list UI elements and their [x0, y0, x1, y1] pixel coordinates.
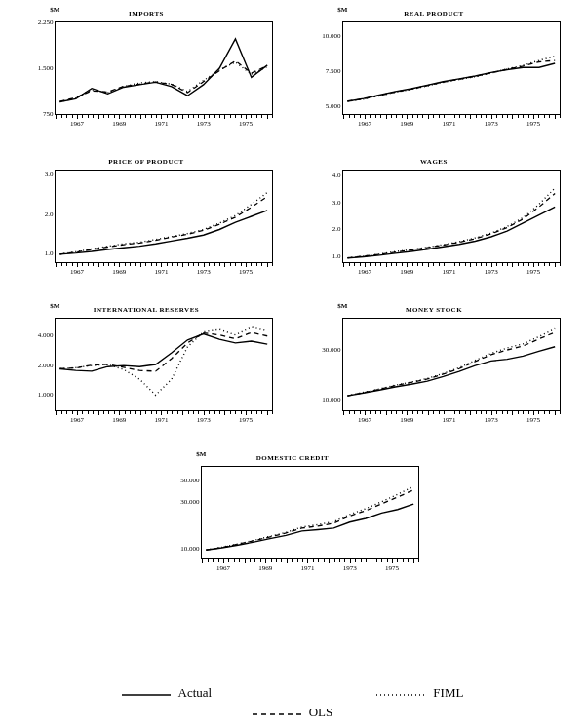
xtick-minor-icon	[334, 558, 335, 562]
xtick-label: 1969	[112, 269, 126, 276]
xtick-minor-icon	[130, 262, 131, 266]
xtick-minor-icon	[156, 262, 157, 266]
xtick-minor-icon	[444, 410, 445, 414]
xtick-minor-icon	[88, 114, 89, 118]
ytick-label: 3.0	[332, 199, 341, 206]
xtick-minor-icon	[193, 410, 194, 414]
xtick-minor-icon	[177, 410, 178, 414]
xtick-major-icon	[555, 262, 556, 267]
xtick-minor-icon	[370, 262, 370, 266]
xtick-minor-icon	[518, 410, 519, 414]
xtick-major-icon	[98, 114, 99, 119]
xtick-minor-icon	[375, 114, 376, 118]
xtick-minor-icon	[417, 114, 418, 118]
xtick-minor-icon	[422, 262, 423, 266]
plot-area: 1.02.03.04.019671969197119731975	[342, 170, 561, 263]
xtick-major-icon	[224, 262, 225, 267]
xtick-major-icon	[267, 262, 268, 267]
xtick-major-icon	[329, 558, 330, 563]
xtick-minor-icon	[528, 114, 529, 118]
xtick-label: 1975	[239, 121, 253, 128]
panel-title: WAGES	[420, 158, 448, 166]
xtick-minor-icon	[209, 262, 210, 266]
ytick-label: 2.250	[38, 19, 54, 25]
xtick-label: 1973	[485, 121, 498, 128]
xtick-minor-icon	[486, 262, 487, 266]
xtick-label: 1975	[239, 417, 253, 424]
xtick-minor-icon	[88, 410, 89, 414]
legend-label: OLS	[309, 705, 333, 720]
xtick-minor-icon	[214, 262, 215, 266]
xtick-minor-icon	[167, 262, 168, 266]
xtick-minor-icon	[549, 114, 550, 118]
panel-title: PRICE OF PRODUCT	[108, 158, 183, 166]
page: $M IMPORTS 7501.5002.2501967196919711973…	[0, 0, 585, 728]
xtick-major-icon	[182, 114, 183, 119]
xtick-major-icon	[470, 410, 471, 415]
xtick-major-icon	[246, 410, 247, 415]
xtick-minor-icon	[198, 114, 199, 118]
panel-money-stock: $M MONEY STOCK 10.00030.0001967196919711…	[307, 308, 561, 425]
ytick-label: 10.000	[322, 397, 340, 403]
xtick-minor-icon	[251, 410, 252, 414]
xtick-minor-icon	[412, 114, 413, 118]
xtick-minor-icon	[391, 410, 392, 414]
ytick-label: 4.000	[38, 332, 54, 339]
xtick-major-icon	[182, 410, 183, 415]
xtick-minor-icon	[454, 410, 455, 414]
xtick-label: 1971	[442, 269, 455, 276]
xtick-minor-icon	[433, 410, 434, 414]
xtick-minor-icon	[114, 262, 115, 266]
series-svg	[343, 171, 560, 262]
xtick-minor-icon	[523, 262, 524, 266]
xtick-minor-icon	[235, 262, 236, 266]
xtick-major-icon	[512, 114, 513, 119]
xtick-major-icon	[140, 114, 141, 119]
xtick-minor-icon	[241, 410, 242, 414]
xtick-minor-icon	[476, 410, 477, 414]
xtick-major-icon	[140, 262, 141, 267]
ytick-label: 2.0	[332, 226, 341, 233]
xtick-major-icon	[491, 410, 492, 415]
xtick-minor-icon	[235, 114, 236, 118]
xtick-major-icon	[448, 410, 449, 415]
panel-title: REAL PRODUCT	[404, 10, 463, 18]
ytick-label: 10.000	[180, 545, 199, 552]
xtick-minor-icon	[230, 114, 231, 118]
panel-real-product: $M REAL PRODUCT 5.0007.50010.00019671969…	[307, 12, 561, 129]
ytick-label: 3.0	[45, 171, 54, 177]
xtick-minor-icon	[459, 114, 460, 118]
ytick-label: 50.000	[180, 478, 199, 484]
xtick-minor-icon	[523, 114, 524, 118]
line-sample-solid-icon	[122, 688, 171, 698]
xtick-label: 1967	[358, 417, 371, 424]
xtick-major-icon	[140, 410, 141, 415]
xtick-minor-icon	[376, 558, 377, 562]
ytick-label: 2.000	[38, 362, 54, 368]
legend-item-actual: Actual	[122, 685, 213, 701]
xtick-minor-icon	[361, 558, 362, 562]
xtick-minor-icon	[82, 410, 83, 414]
xtick-major-icon	[223, 558, 224, 563]
xtick-minor-icon	[103, 114, 104, 118]
panel-intl-reserves: $M INTERNATIONAL RESERVES 1.0002.0004.00…	[20, 308, 273, 425]
legend-label: Actual	[178, 685, 213, 701]
ytick-label: 30.000	[180, 499, 199, 506]
legend-label: FIML	[433, 685, 463, 701]
xtick-minor-icon	[507, 262, 508, 266]
xtick-minor-icon	[354, 262, 355, 266]
xtick-minor-icon	[251, 262, 252, 266]
xtick-major-icon	[386, 114, 387, 119]
xtick-minor-icon	[209, 410, 210, 414]
xtick-minor-icon	[354, 114, 355, 118]
xtick-minor-icon	[130, 114, 131, 118]
xtick-minor-icon	[433, 262, 434, 266]
xtick-label: 1969	[400, 121, 413, 128]
xtick-minor-icon	[465, 410, 466, 414]
ytick-label: 1.0	[45, 250, 54, 257]
legend-item-ols: OLS	[253, 705, 333, 720]
xtick-minor-icon	[193, 114, 194, 118]
xtick-minor-icon	[465, 262, 466, 266]
xtick-minor-icon	[412, 262, 413, 266]
xtick-major-icon	[448, 114, 449, 119]
